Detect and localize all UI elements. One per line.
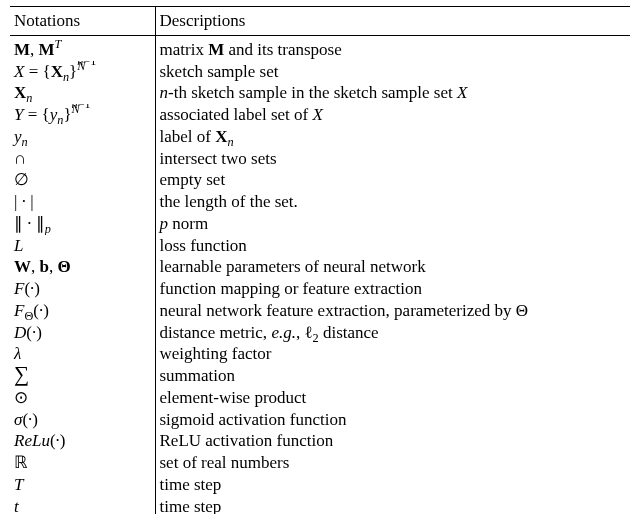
notation-cell: F(·) (10, 278, 155, 300)
table-row: ReLu(·)ReLU activation function (10, 430, 630, 452)
notation-cell: t (10, 496, 155, 515)
table-row: ∥ · ∥pp norm (10, 213, 630, 235)
description-cell: matrix M and its transpose (155, 35, 630, 60)
notation-cell: L (10, 235, 155, 257)
description-cell: function mapping or feature extraction (155, 278, 630, 300)
description-cell: p norm (155, 213, 630, 235)
description-cell: associated label set of X (155, 104, 630, 126)
notation-cell: FΘ(·) (10, 300, 155, 322)
table-row: ∑summation (10, 365, 630, 387)
description-cell: distance metric, e.g., ℓ2 distance (155, 322, 630, 344)
table-row: ⊙element-wise product (10, 387, 630, 409)
table-row: FΘ(·)neural network feature extraction, … (10, 300, 630, 322)
header-descriptions: Descriptions (155, 7, 630, 36)
notation-cell: X = {Xn}Nn=1 (10, 61, 155, 83)
table-row: ℝset of real numbers (10, 452, 630, 474)
header-notations: Notations (10, 7, 155, 36)
description-cell: ReLU activation function (155, 430, 630, 452)
table-row: ttime step (10, 496, 630, 515)
description-cell: summation (155, 365, 630, 387)
notation-cell: ReLu(·) (10, 430, 155, 452)
notation-cell: ∥ · ∥p (10, 213, 155, 235)
table-row: σ(·)sigmoid activation function (10, 409, 630, 431)
table-row: F(·)function mapping or feature extracti… (10, 278, 630, 300)
description-cell: time step (155, 496, 630, 515)
description-cell: sketch sample set (155, 61, 630, 83)
description-cell: set of real numbers (155, 452, 630, 474)
notation-cell: T (10, 474, 155, 496)
description-cell: time step (155, 474, 630, 496)
description-cell: sigmoid activation function (155, 409, 630, 431)
notation-cell: M, MT (10, 35, 155, 60)
description-cell: loss function (155, 235, 630, 257)
table-row: Ttime step (10, 474, 630, 496)
description-cell: n-th sketch sample in the sketch sample … (155, 82, 630, 104)
description-cell: element-wise product (155, 387, 630, 409)
table-row: D(·)distance metric, e.g., ℓ2 distance (10, 322, 630, 344)
table-header-row: Notations Descriptions (10, 7, 630, 36)
notation-cell: ⊙ (10, 387, 155, 409)
table-row: ∩intersect two sets (10, 148, 630, 170)
table-row: ∅empty set (10, 169, 630, 191)
table-row: Xnn-th sketch sample in the sketch sampl… (10, 82, 630, 104)
notation-cell: ∅ (10, 169, 155, 191)
table-row: X = {Xn}Nn=1sketch sample set (10, 61, 630, 83)
table-row: ynlabel of Xn (10, 126, 630, 148)
table-row: W, b, Θlearnable parameters of neural ne… (10, 256, 630, 278)
table-row: Lloss function (10, 235, 630, 257)
notation-cell: ∑ (10, 365, 155, 387)
notation-cell: yn (10, 126, 155, 148)
notation-cell: λ (10, 343, 155, 365)
notation-cell: σ(·) (10, 409, 155, 431)
table-row: λweighting factor (10, 343, 630, 365)
notation-cell: Xn (10, 82, 155, 104)
description-cell: the length of the set. (155, 191, 630, 213)
description-cell: empty set (155, 169, 630, 191)
description-cell: label of Xn (155, 126, 630, 148)
description-cell: weighting factor (155, 343, 630, 365)
notation-cell: Y = {yn}Nn=1 (10, 104, 155, 126)
notation-cell: ℝ (10, 452, 155, 474)
table-row: Y = {yn}Nn=1associated label set of X (10, 104, 630, 126)
table-row: M, MTmatrix M and its transpose (10, 35, 630, 60)
description-cell: learnable parameters of neural network (155, 256, 630, 278)
notation-cell: ∩ (10, 148, 155, 170)
description-cell: neural network feature extraction, param… (155, 300, 630, 322)
notation-cell: | · | (10, 191, 155, 213)
notation-table: Notations Descriptions M, MTmatrix M and… (10, 6, 630, 514)
notation-cell: W, b, Θ (10, 256, 155, 278)
description-cell: intersect two sets (155, 148, 630, 170)
notation-cell: D(·) (10, 322, 155, 344)
table-row: | · |the length of the set. (10, 191, 630, 213)
